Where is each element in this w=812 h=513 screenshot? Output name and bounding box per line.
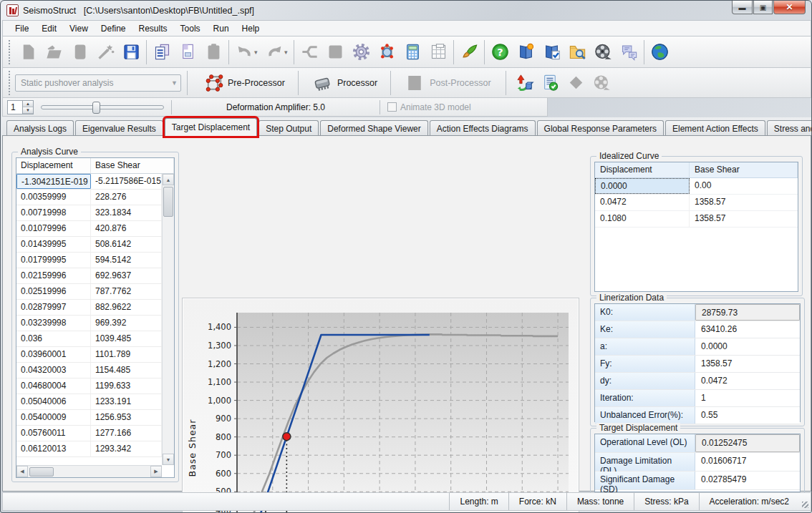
data-row[interactable]: Fy:1358.57 bbox=[595, 356, 800, 373]
processor-button[interactable]: Processor bbox=[303, 69, 386, 97]
toolbar-grip[interactable] bbox=[9, 40, 12, 64]
tab-deformed-shape-viewer[interactable]: Deformed Shape Viewer bbox=[320, 120, 428, 136]
tab-eigenvalue-results[interactable]: Eigenvalue Results bbox=[75, 120, 163, 136]
data-row[interactable]: Significant Damage (SD)0.02785479 bbox=[595, 472, 800, 490]
step-slider[interactable] bbox=[41, 102, 164, 113]
help-button[interactable]: ? bbox=[487, 39, 513, 66]
paintbrush-button[interactable] bbox=[456, 39, 482, 66]
tab-global-response-parameters[interactable]: Global Response Parameters bbox=[537, 120, 664, 136]
plot-3d-button[interactable] bbox=[512, 69, 538, 97]
globe-button[interactable] bbox=[647, 39, 672, 66]
column-header[interactable]: Displacement bbox=[16, 158, 91, 173]
table-row[interactable]: 0.046800041199.633 bbox=[16, 378, 162, 394]
data-row[interactable]: Operational Level (OL)0.01252475 bbox=[595, 434, 800, 453]
data-row[interactable]: Damage Limitation (DL)0.01606717 bbox=[595, 453, 800, 472]
table-row[interactable]: 0.00359999228.276 bbox=[16, 190, 162, 205]
menu-define[interactable]: Define bbox=[95, 21, 132, 36]
menu-results[interactable]: Results bbox=[132, 21, 174, 36]
table-row[interactable]: -1.3042151E-019-5.2117586E-015 bbox=[16, 174, 162, 190]
data-row[interactable]: dy:0.0472 bbox=[595, 373, 800, 390]
table-row[interactable]: 0.02519996787.7762 bbox=[16, 284, 162, 300]
copy-characteristics-button[interactable] bbox=[149, 39, 175, 66]
data-row[interactable]: Unbalanced Error(%):0.55 bbox=[595, 407, 800, 424]
tab-analysis-logs[interactable]: Analysis Logs bbox=[6, 120, 74, 136]
column-header[interactable]: Base Shear bbox=[690, 162, 798, 177]
menu-run[interactable]: Run bbox=[207, 21, 236, 36]
slider-thumb[interactable] bbox=[92, 102, 100, 114]
resize-grip[interactable] bbox=[799, 493, 811, 510]
idealized-curve-table[interactable]: DisplacementBase Shear 0.00000.000.04721… bbox=[594, 162, 798, 292]
maximize-button[interactable]: ▣ bbox=[753, 1, 773, 14]
table-row[interactable]: 0.039600011101.789 bbox=[16, 347, 162, 363]
tab-target-displacement[interactable]: Target Displacement bbox=[165, 118, 257, 136]
scroll-down-icon[interactable]: ▼ bbox=[163, 454, 174, 465]
table-row[interactable]: 0.043200031154.485 bbox=[16, 363, 162, 378]
chevron-down-icon[interactable]: ▾ bbox=[284, 49, 291, 56]
horizontal-scrollbar[interactable]: ◀ ▶ bbox=[16, 465, 162, 477]
step-spinner[interactable]: 1 ▲ ▼ bbox=[7, 100, 34, 114]
table-row[interactable]: 0.050400061233.191 bbox=[16, 394, 162, 410]
column-header[interactable]: Base Shear bbox=[91, 158, 174, 173]
menu-file[interactable]: File bbox=[9, 21, 35, 36]
feedback-button[interactable] bbox=[616, 39, 642, 66]
close-button[interactable]: ✕ bbox=[773, 1, 806, 14]
menu-tools[interactable]: Tools bbox=[174, 21, 207, 36]
toolbar-grip[interactable] bbox=[9, 71, 12, 95]
table-row[interactable]: 0.00000.00 bbox=[595, 178, 798, 195]
analysis-curve-table[interactable]: DisplacementBase Shear -1.3042151E-019-5… bbox=[16, 157, 175, 478]
table-row[interactable]: 0.04721358.57 bbox=[595, 195, 798, 211]
table-row[interactable]: 0.061200131293.342 bbox=[16, 441, 162, 457]
animate-3d-checkbox[interactable]: Animate 3D model bbox=[387, 102, 471, 112]
table-row[interactable]: 0.054000091256.953 bbox=[16, 410, 162, 426]
pre-processor-button[interactable]: Pre-Processor bbox=[193, 69, 294, 97]
data-row[interactable]: a:0.0000 bbox=[595, 338, 800, 356]
table-row[interactable]: 0.057600111277.166 bbox=[16, 426, 162, 441]
spinner-up-icon[interactable]: ▲ bbox=[23, 101, 33, 107]
paste-characteristics-button[interactable] bbox=[175, 39, 200, 66]
manual-button[interactable] bbox=[513, 39, 538, 66]
table-row[interactable]: 0.02159996692.9637 bbox=[16, 268, 162, 284]
table-row[interactable]: 0.01079996420.876 bbox=[16, 221, 162, 237]
scroll-left-icon[interactable]: ◀ bbox=[16, 466, 28, 477]
table-row[interactable]: 0.01799995594.5142 bbox=[16, 253, 162, 268]
tab-action-effects-diagrams[interactable]: Action Effects Diagrams bbox=[430, 120, 536, 136]
scroll-right-icon[interactable]: ▶ bbox=[150, 466, 162, 477]
analysis-report-button[interactable] bbox=[538, 69, 564, 97]
verification-button[interactable] bbox=[538, 39, 564, 66]
calculator-button[interactable] bbox=[400, 39, 425, 66]
browse-button[interactable] bbox=[564, 39, 590, 66]
checkbox-box-icon[interactable] bbox=[387, 102, 397, 112]
title-bar[interactable]: SeismoStruct [C:\Users\santon\Desktop\FB… bbox=[1, 1, 811, 20]
chevron-down-icon[interactable]: ▾ bbox=[254, 49, 261, 56]
settings-gear-button[interactable] bbox=[348, 39, 374, 66]
table-row[interactable]: 0.10801358.57 bbox=[595, 211, 798, 228]
column-header[interactable]: Displacement bbox=[595, 162, 690, 177]
tab-element-action-effects[interactable]: Element Action Effects bbox=[665, 120, 765, 136]
table-header[interactable]: DisplacementBase Shear bbox=[595, 162, 798, 178]
model-view-button[interactable] bbox=[374, 39, 400, 66]
data-row[interactable]: Ke:63410.26 bbox=[595, 321, 800, 338]
menu-help[interactable]: Help bbox=[236, 21, 266, 36]
table-row[interactable]: 0.0361039.485 bbox=[16, 331, 162, 347]
table-row[interactable]: 0.01439995508.6142 bbox=[16, 237, 162, 253]
analysis-type-dropdown[interactable]: Static pushover analysis ▼ bbox=[15, 74, 181, 92]
vertical-scrollbar[interactable]: ▲ ▼ bbox=[162, 174, 174, 465]
tab-step-output[interactable]: Step Output bbox=[258, 120, 319, 136]
table-header[interactable]: DisplacementBase Shear bbox=[16, 158, 174, 174]
save-button[interactable] bbox=[118, 39, 144, 66]
minimize-button[interactable]: ▬ bbox=[732, 1, 753, 14]
spinner-down-icon[interactable]: ▼ bbox=[23, 107, 33, 114]
scrollbar-thumb[interactable] bbox=[29, 467, 54, 477]
table-row[interactable]: 0.03239998969.392 bbox=[16, 316, 162, 331]
movie-button[interactable] bbox=[590, 39, 616, 66]
scroll-up-icon[interactable]: ▲ bbox=[163, 174, 174, 185]
tab-stress-and-strain-output[interactable]: Stress and Strain Output bbox=[767, 120, 812, 136]
data-row[interactable]: Iteration:1 bbox=[595, 390, 800, 407]
table-row[interactable]: 0.00719998323.1834 bbox=[16, 205, 162, 221]
menu-view[interactable]: View bbox=[63, 21, 95, 36]
table-row[interactable]: 0.02879997882.9622 bbox=[16, 300, 162, 316]
grid-button[interactable] bbox=[425, 39, 451, 66]
menu-edit[interactable]: Edit bbox=[35, 21, 63, 36]
scrollbar-thumb[interactable] bbox=[163, 187, 173, 217]
data-row[interactable]: K0:28759.73 bbox=[595, 304, 800, 321]
